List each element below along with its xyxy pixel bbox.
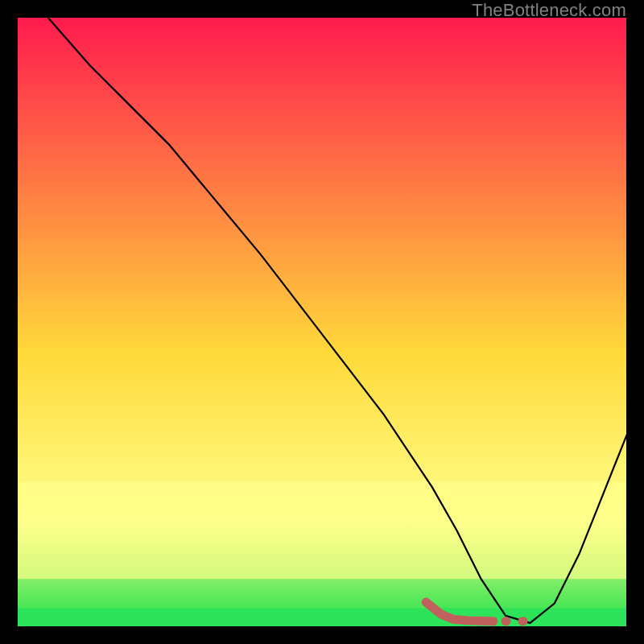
attribution-label: TheBottleneck.com bbox=[472, 0, 626, 21]
yellow-band bbox=[16, 481, 628, 580]
bands-group bbox=[16, 481, 628, 628]
chart-root: TheBottleneck.com bbox=[0, 0, 644, 644]
plot-area bbox=[16, 16, 628, 628]
series-layer bbox=[16, 16, 628, 628]
